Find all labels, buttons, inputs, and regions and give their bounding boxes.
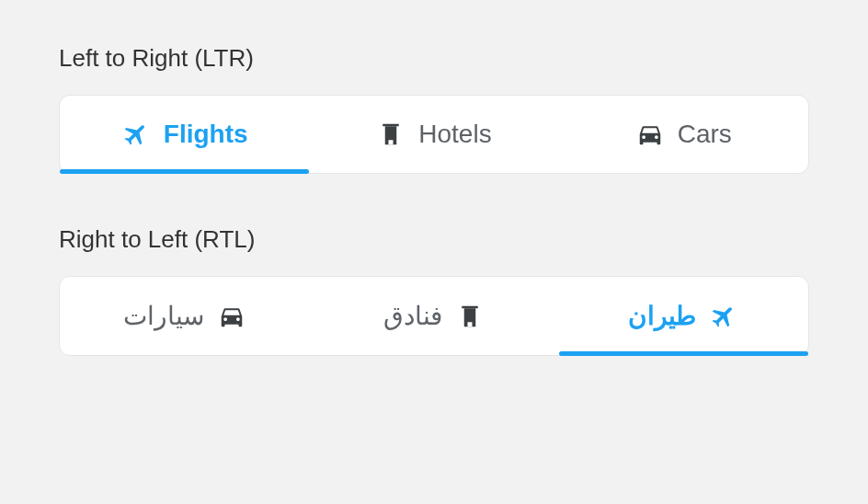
svg-rect-3: [462, 305, 478, 308]
tab-cars-rtl-label: سيارات: [123, 301, 204, 331]
ltr-tabs: Flights Hotels Cars: [59, 95, 809, 174]
tab-flights-label: Flights: [164, 120, 248, 149]
plane-icon: [121, 120, 151, 149]
svg-rect-2: [389, 140, 394, 144]
tab-cars[interactable]: Cars: [559, 96, 808, 173]
ltr-section: Left to Right (LTR) Flights Hotels: [59, 44, 809, 174]
rtl-tabs: طيران فنادق سيارات: [59, 276, 809, 356]
svg-rect-0: [383, 124, 400, 127]
ltr-section-title: Left to Right (LTR): [59, 44, 809, 73]
tab-flights[interactable]: Flights: [60, 96, 309, 173]
tab-cars-label: Cars: [678, 120, 732, 149]
tab-cars-rtl[interactable]: سيارات: [60, 277, 309, 355]
tab-hotels-label: Hotels: [418, 120, 491, 149]
car-icon: [217, 302, 246, 331]
tab-flights-rtl-label: طيران: [628, 301, 696, 331]
plane-icon: [709, 302, 738, 331]
svg-rect-5: [468, 322, 473, 326]
tab-hotels-rtl[interactable]: فنادق: [309, 277, 558, 355]
tab-flights-rtl[interactable]: طيران: [559, 277, 808, 355]
rtl-section: Right to Left (RTL) طيران فنادق: [59, 225, 809, 356]
building-icon: [455, 302, 485, 331]
car-icon: [635, 120, 665, 149]
tab-hotels[interactable]: Hotels: [309, 96, 558, 173]
rtl-section-title: Right to Left (RTL): [59, 225, 809, 254]
building-icon: [376, 120, 405, 149]
tab-hotels-rtl-label: فنادق: [383, 301, 442, 331]
